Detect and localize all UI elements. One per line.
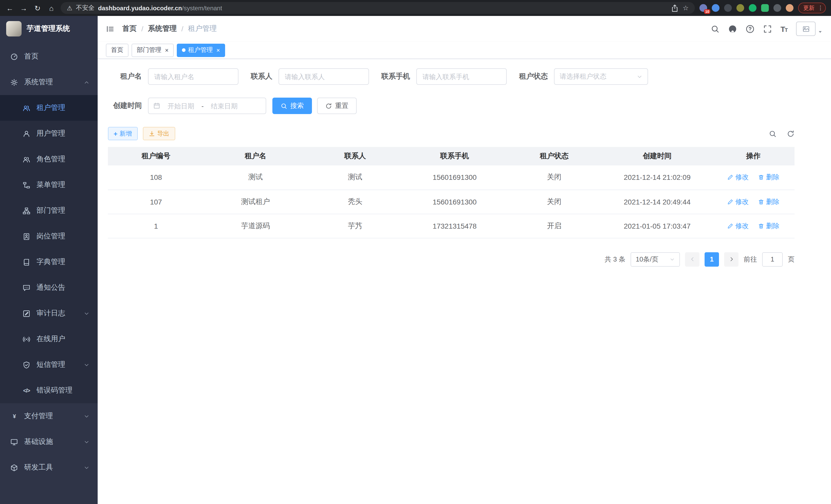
close-icon[interactable]: × [217, 47, 220, 53]
next-page-button[interactable] [724, 252, 739, 266]
delete-link[interactable]: 删除 [758, 197, 780, 206]
sidebar-item-user[interactable]: 用户管理 [0, 121, 98, 146]
start-date-input[interactable] [163, 102, 199, 110]
extension-icon[interactable] [712, 4, 719, 12]
forward-icon[interactable]: → [19, 4, 28, 12]
sidebar-toggle-icon[interactable] [106, 24, 115, 33]
sidebar-item-notice[interactable]: 通知公告 [0, 275, 98, 301]
search-icon[interactable] [711, 24, 719, 33]
back-icon[interactable]: ← [5, 4, 15, 12]
browser-update-button[interactable]: 更新 ⋮ [798, 3, 826, 13]
sidebar-item-role[interactable]: 角色管理 [0, 146, 98, 172]
sidebar-item-tenant[interactable]: 租户管理 [0, 95, 98, 121]
cell-actions: 修改 删除 [712, 189, 795, 214]
extension-icon[interactable] [761, 4, 769, 12]
extension-icon[interactable] [749, 4, 756, 12]
font-size-icon[interactable]: TT [780, 24, 787, 33]
page-size-select[interactable]: 10条/页 [631, 252, 680, 266]
contact-input[interactable] [279, 68, 369, 85]
tenant-name-input[interactable] [148, 68, 238, 85]
end-date-input[interactable] [206, 102, 243, 110]
security-warning-icon[interactable]: ⚠ [67, 4, 73, 11]
edit-link[interactable]: 修改 [727, 221, 749, 230]
sidebar-item-home[interactable]: 首页 [0, 44, 98, 69]
close-icon[interactable]: × [165, 47, 169, 53]
user-avatar-menu[interactable] [796, 22, 823, 36]
sidebar-item-infra[interactable]: 基础设施 [0, 429, 98, 455]
date-range-picker[interactable]: - [148, 98, 266, 114]
sidebar-item-post[interactable]: 岗位管理 [0, 224, 98, 249]
filter-contact-phone: 联系手机 [381, 68, 507, 85]
monitor-icon [10, 438, 18, 446]
sidebar-item-menu[interactable]: 菜单管理 [0, 172, 98, 198]
add-button[interactable]: + 新增 [108, 127, 138, 140]
home-icon[interactable]: ⌂ [47, 4, 56, 12]
sidebar-item-online-user[interactable]: 在线用户 [0, 326, 98, 352]
bookmark-star-icon[interactable]: ☆ [683, 4, 689, 12]
cell-tenant-id: 1 [108, 214, 204, 238]
tab-dept[interactable]: 部门管理 × [132, 43, 174, 57]
fullscreen-icon[interactable] [763, 24, 772, 33]
search-icon [281, 102, 287, 109]
breadcrumb-home[interactable]: 首页 [122, 24, 137, 33]
cell-phone: 17321315478 [403, 214, 506, 238]
sidebar-item-devtools[interactable]: 研发工具 [0, 455, 98, 480]
sidebar-item-label: 审计日志 [36, 309, 65, 318]
sidebar-item-sms[interactable]: 短信管理 [0, 352, 98, 378]
url-host: dashboard.yudao.iocoder.cn [98, 4, 182, 11]
github-icon[interactable] [728, 24, 737, 33]
extension-icon[interactable]: 10 [699, 4, 707, 12]
breadcrumb-system[interactable]: 系统管理 [148, 24, 177, 33]
sidebar-item-error-code[interactable]: </> 错误码管理 [0, 378, 98, 403]
search-toggle-icon[interactable] [769, 130, 776, 138]
reload-icon[interactable]: ↻ [33, 4, 42, 12]
filter-tenant-status: 租户状态 请选择租户状态 [519, 68, 648, 85]
col-header: 租户编号 [108, 147, 204, 166]
sidebar-item-audit-log[interactable]: 审计日志 [0, 301, 98, 326]
chevron-down-icon [84, 362, 89, 367]
breadcrumb: 首页 / 系统管理 / 租户管理 [122, 24, 217, 33]
logo-image [6, 21, 22, 36]
page-content: 租户名 联系人 联系手机 租户状态 请选择租户状态 [98, 59, 831, 504]
extension-icon[interactable] [773, 4, 781, 12]
refresh-icon[interactable] [787, 130, 795, 138]
extension-icon[interactable] [786, 4, 794, 12]
goto-page-input[interactable] [762, 252, 783, 266]
chevron-down-icon [84, 439, 89, 445]
address-bar[interactable]: ⚠ 不安全 dashboard.yudao.iocoder.cn/system/… [61, 2, 695, 14]
sidebar-item-label: 支付管理 [24, 412, 53, 421]
pencil-icon [727, 174, 733, 181]
extension-icon[interactable] [737, 4, 744, 12]
download-icon [148, 130, 155, 137]
screen: ← → ↻ ⌂ ⚠ 不安全 dashboard.yudao.iocoder.cn… [0, 0, 831, 504]
sidebar-item-payment[interactable]: ¥ 支付管理 [0, 403, 98, 429]
export-button[interactable]: 导出 [143, 127, 175, 140]
help-icon[interactable] [745, 24, 754, 33]
sidebar-item-dict[interactable]: 字典管理 [0, 249, 98, 275]
sidebar-item-system[interactable]: 系统管理 [0, 69, 98, 95]
delete-link[interactable]: 删除 [758, 221, 780, 230]
tenant-status-select[interactable]: 请选择租户状态 [554, 68, 648, 85]
share-icon[interactable] [671, 4, 679, 12]
reset-button[interactable]: 重置 [317, 98, 357, 114]
sidebar-item-dept[interactable]: 部门管理 [0, 198, 98, 224]
chevron-down-icon [84, 465, 89, 470]
edit-link[interactable]: 修改 [727, 173, 749, 182]
sidebar-item-label: 研发工具 [24, 463, 53, 472]
col-header: 租户名 [204, 147, 307, 166]
delete-link[interactable]: 删除 [758, 173, 780, 182]
browser-menu-icon[interactable]: ⋮ [818, 5, 823, 11]
tab-home[interactable]: 首页 [106, 43, 128, 57]
prev-page-button[interactable] [685, 252, 699, 266]
search-button[interactable]: 搜索 [273, 98, 312, 114]
caret-down-icon [818, 29, 823, 34]
chevron-down-icon [84, 413, 89, 419]
sidebar-item-label: 岗位管理 [36, 232, 65, 241]
current-page[interactable]: 1 [705, 252, 719, 266]
tab-tenant[interactable]: 租户管理 × [177, 43, 225, 57]
pagination: 共 3 条 10条/页 1 前往 页 [108, 252, 795, 266]
extension-icon[interactable] [724, 4, 732, 12]
edit-link[interactable]: 修改 [727, 197, 749, 206]
sidebar-item-label: 租户管理 [36, 103, 65, 113]
contact-phone-input[interactable] [416, 68, 507, 85]
